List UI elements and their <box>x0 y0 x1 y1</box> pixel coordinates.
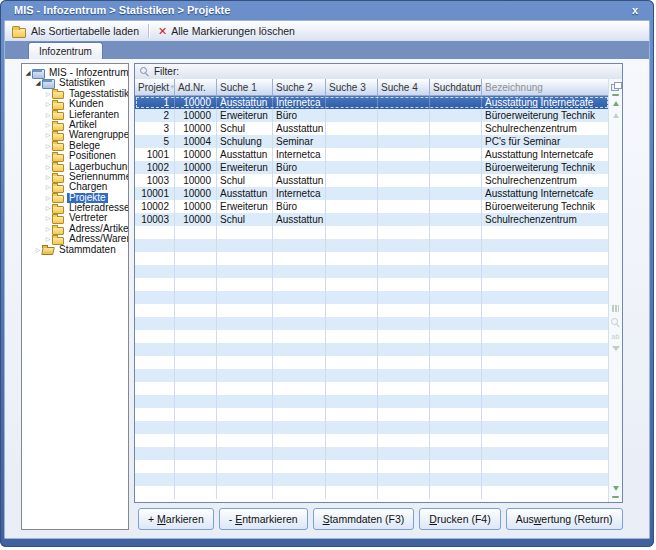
expand-arrow-icon[interactable]: ▷ <box>44 224 52 234</box>
expand-arrow-icon[interactable]: ▷ <box>44 99 52 109</box>
cell-suchdatum <box>430 174 482 187</box>
empty-row <box>135 278 609 291</box>
close-icon[interactable]: x <box>626 4 644 16</box>
text-filter-icon[interactable]: ab <box>612 333 620 340</box>
cell-bezeichnung <box>482 486 609 499</box>
cell-suche-3 <box>326 278 378 291</box>
expand-arrow-icon[interactable]: ▷ <box>44 172 52 182</box>
tab-infozentrum[interactable]: Infozentrum <box>28 42 103 59</box>
app-icon <box>42 78 55 89</box>
expand-arrow-icon[interactable]: ▷ <box>44 162 52 172</box>
button-label: Auswertung (Return) <box>516 513 613 525</box>
expand-arrow-icon[interactable]: ▷ <box>44 193 52 203</box>
cell-suche-3 <box>326 122 378 135</box>
scroll-up-icon[interactable] <box>613 98 619 106</box>
cell-suche-1 <box>217 304 273 317</box>
cell-suchdatum <box>430 291 482 304</box>
search-icon[interactable] <box>611 318 620 327</box>
table-row[interactable]: 110000AusstattunInternetcaAusstattung In… <box>135 96 609 109</box>
cell-suche-3 <box>326 226 378 239</box>
cell-suche-1 <box>217 278 273 291</box>
cell-suche-2 <box>273 486 326 499</box>
cell-bezeichnung <box>482 291 609 304</box>
expand-arrow-icon[interactable]: ▷ <box>44 130 52 140</box>
cell-ad-nr <box>175 460 217 473</box>
column-header-suche-3[interactable]: Suche 3 <box>326 79 378 95</box>
column-header-projekt[interactable]: Projekt▼ <box>135 79 175 95</box>
cell-suche-3 <box>326 395 378 408</box>
cell-suche-2 <box>273 473 326 486</box>
tree-item-positionen[interactable]: ▷Positionen <box>22 151 128 161</box>
column-header-suche-2[interactable]: Suche 2 <box>273 79 326 95</box>
entmarkieren-button[interactable]: - Entmarkieren <box>219 508 308 530</box>
cell-suche-1 <box>217 408 273 421</box>
load-sort-table-button[interactable]: Als Sortiertabelle laden <box>5 22 146 40</box>
tree-item-stammdaten[interactable]: ▷Stammdaten <box>22 245 128 255</box>
cell-suchdatum <box>430 96 482 109</box>
expand-arrow-icon[interactable]: ▷ <box>44 151 52 161</box>
empty-row <box>135 382 609 395</box>
expand-arrow-icon[interactable]: ▷ <box>44 110 52 120</box>
cell-suche-1 <box>217 434 273 447</box>
folder-icon <box>52 130 65 141</box>
expand-arrow-icon[interactable]: ▷ <box>44 182 52 192</box>
empty-row <box>135 473 609 486</box>
filter-funnel-icon[interactable] <box>612 346 620 355</box>
empty-row <box>135 343 609 356</box>
clear-marks-label: Alle Markierungen löschen <box>171 25 295 37</box>
expand-arrow-icon[interactable]: ▷ <box>44 234 52 244</box>
table-row[interactable]: 1000310000SchulAusstattunSchulrechenzent… <box>135 213 609 226</box>
tree-item-kunden[interactable]: ▷Kunden <box>22 99 128 109</box>
drucken-f4-button[interactable]: Drucken (F4) <box>419 508 500 530</box>
cell-ad-nr <box>175 343 217 356</box>
cell-suche-1 <box>217 265 273 278</box>
expand-arrow-icon[interactable]: ▷ <box>44 120 52 130</box>
column-header-ad-nr[interactable]: Ad.Nr. <box>175 79 217 95</box>
stammdaten-f3-button[interactable]: Stammdaten (F3) <box>313 508 415 530</box>
filter-magnifier-icon <box>140 67 149 76</box>
cell-suche-3 <box>326 356 378 369</box>
table-row[interactable]: 100210000ErweiterunBüroBüroerweiterung T… <box>135 161 609 174</box>
scroll-bottom-icon[interactable] <box>612 496 619 498</box>
markieren-button[interactable]: + Markieren <box>138 508 214 530</box>
cell-suche-2 <box>273 460 326 473</box>
column-header-bezeichnung[interactable]: Bezeichnung <box>482 79 609 95</box>
cell-suche-3 <box>326 343 378 356</box>
cell-suche-4 <box>378 434 430 447</box>
cell-suche-3 <box>326 473 378 486</box>
table-row[interactable]: 1000110000AusstattunInternetcaAusstattun… <box>135 187 609 200</box>
page-up-icon[interactable] <box>613 110 619 118</box>
expand-arrow-icon[interactable]: ▷ <box>44 213 52 223</box>
expand-arrow-icon[interactable]: ▷ <box>44 141 52 151</box>
cell-suche-2 <box>273 317 326 330</box>
table-row[interactable]: 310000SchulAusstattunSchulrechenzentrum <box>135 122 609 135</box>
collapse-arrow-icon[interactable]: ◢ <box>34 78 42 88</box>
cell-suche-2 <box>273 265 326 278</box>
table-row[interactable]: 210000ErweiterunBüroBüroerweiterung Tech… <box>135 109 609 122</box>
cell-suchdatum <box>430 187 482 200</box>
cell-ad-nr <box>175 434 217 447</box>
clear-marks-button[interactable]: ✕ Alle Markierungen löschen <box>151 22 302 40</box>
column-header-suchdatum[interactable]: Suchdatum <box>430 79 482 95</box>
folder-icon <box>52 99 65 110</box>
cell-suchdatum <box>430 135 482 148</box>
column-header-suche-1[interactable]: Suche 1 <box>217 79 273 95</box>
app-window: MIS - Infozentrum > Statistiken > Projek… <box>0 0 654 547</box>
filter-bar[interactable]: Filter: <box>135 64 622 80</box>
table-row[interactable]: 100310000SchulAusstattunSchulrechenzentr… <box>135 174 609 187</box>
auswertung-return-button[interactable]: Auswertung (Return) <box>506 508 623 530</box>
expand-arrow-icon[interactable]: ▷ <box>44 203 52 213</box>
cell-suche-4 <box>378 343 430 356</box>
navigation-tree: ◢MIS - Infozentrum◢Statistiken▷Tagesstat… <box>21 63 129 530</box>
columns-icon[interactable] <box>612 305 619 312</box>
scroll-down-icon[interactable] <box>613 486 619 494</box>
expand-arrow-icon[interactable]: ▷ <box>44 89 52 99</box>
column-header-suche-4[interactable]: Suche 4 <box>378 79 430 95</box>
scroll-top-icon[interactable] <box>612 94 619 96</box>
table-row[interactable]: 100110000AusstattunInternetcaAusstattung… <box>135 148 609 161</box>
column-chooser-icon[interactable] <box>611 82 620 90</box>
collapse-arrow-icon[interactable]: ◢ <box>24 68 32 78</box>
table-row[interactable]: 1000210000ErweiterunBüroBüroerweiterung … <box>135 200 609 213</box>
cell-projekt <box>135 226 175 239</box>
table-row[interactable]: 510004SchulungSeminarPC's für Seminar <box>135 135 609 148</box>
